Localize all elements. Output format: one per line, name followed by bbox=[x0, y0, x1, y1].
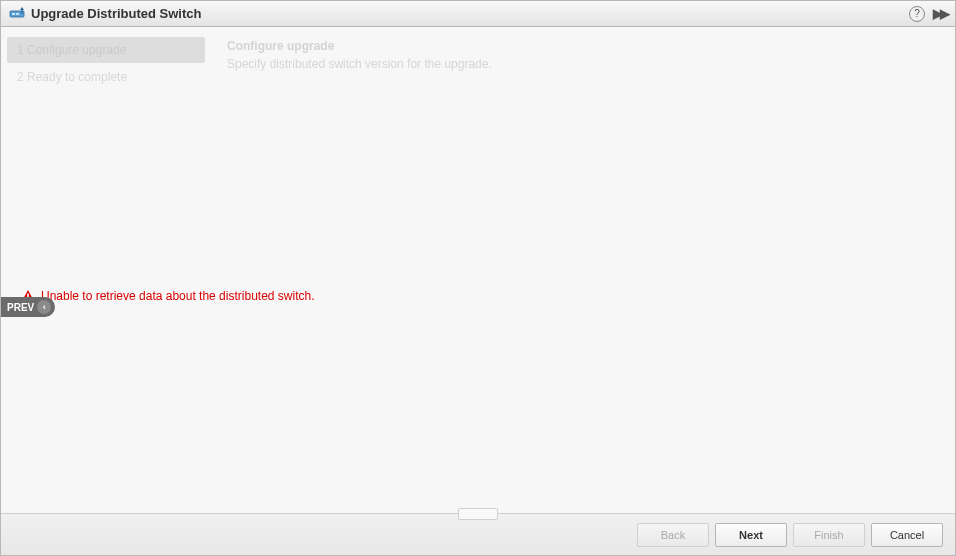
prev-badge[interactable]: PREV ‹ bbox=[1, 297, 55, 317]
help-icon[interactable]: ? bbox=[909, 6, 925, 22]
svg-rect-1 bbox=[12, 13, 15, 15]
cancel-button[interactable]: Cancel bbox=[871, 523, 943, 547]
wizard-step-1[interactable]: 1 Configure upgrade bbox=[7, 37, 205, 63]
svg-rect-2 bbox=[16, 13, 19, 15]
wizard-sidebar: 1 Configure upgrade 2 Ready to complete bbox=[1, 27, 211, 513]
error-message: Unable to retrieve data about the distri… bbox=[41, 289, 315, 303]
step-title: Configure upgrade bbox=[227, 39, 939, 53]
prev-badge-label: PREV bbox=[7, 302, 34, 313]
wizard-main: Configure upgrade Specify distributed sw… bbox=[211, 27, 955, 513]
back-button: Back bbox=[637, 523, 709, 547]
dialog-upgrade-distributed-switch: Upgrade Distributed Switch ? ▶▶ 1 Config… bbox=[0, 0, 956, 556]
wizard-footer: Back Next Finish Cancel bbox=[1, 513, 955, 555]
titlebar-controls: ? ▶▶ bbox=[909, 6, 947, 22]
wizard-step-2: 2 Ready to complete bbox=[7, 64, 205, 90]
error-banner: Unable to retrieve data about the distri… bbox=[21, 289, 315, 303]
dvs-icon bbox=[9, 6, 25, 22]
finish-button: Finish bbox=[793, 523, 865, 547]
wizard-step-3 bbox=[7, 91, 205, 103]
next-button[interactable]: Next bbox=[715, 523, 787, 547]
maximize-icon[interactable]: ▶▶ bbox=[933, 6, 947, 21]
step-subtitle: Specify distributed switch version for t… bbox=[227, 57, 939, 71]
resize-handle[interactable] bbox=[458, 508, 498, 520]
titlebar-title: Upgrade Distributed Switch bbox=[31, 6, 909, 21]
titlebar: Upgrade Distributed Switch ? ▶▶ bbox=[1, 1, 955, 27]
content-area: 1 Configure upgrade 2 Ready to complete … bbox=[1, 27, 955, 513]
chevron-left-icon: ‹ bbox=[37, 300, 51, 314]
